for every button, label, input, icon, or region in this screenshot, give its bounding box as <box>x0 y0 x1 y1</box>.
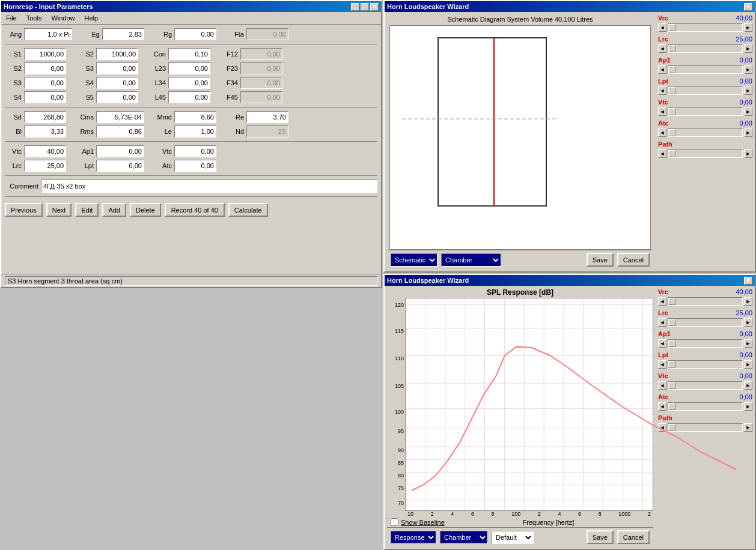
s2r-input[interactable] <box>24 62 66 74</box>
vtc-slider[interactable]: ◄ ► <box>658 107 752 116</box>
wizard-top-dropdown1[interactable]: Schematic <box>391 253 437 267</box>
wizard-bottom-dropdown1[interactable]: Response <box>391 531 436 544</box>
le-input[interactable] <box>174 125 216 138</box>
vrc-slider-left[interactable]: ◄ <box>658 23 666 32</box>
minimize-button[interactable]: _ <box>351 3 359 11</box>
wizard-top-cancel-button[interactable]: Cancel <box>617 253 650 267</box>
atc-input[interactable] <box>174 160 216 172</box>
comment-input[interactable] <box>41 180 377 193</box>
lrc-slider-right[interactable]: ► <box>744 44 752 53</box>
lpt-input[interactable] <box>96 160 144 172</box>
vtc-slider-track[interactable] <box>668 107 743 116</box>
wizard-top-close-button[interactable]: ✕ <box>744 3 752 11</box>
ap1-slider-track[interactable] <box>668 65 743 74</box>
atc-slider-right[interactable]: ► <box>744 128 752 137</box>
ap1-slider-right[interactable]: ► <box>744 65 752 74</box>
atc2-slider-right[interactable]: ► <box>744 402 752 411</box>
menu-help[interactable]: Help <box>80 13 103 23</box>
lpt-slider-left[interactable]: ◄ <box>658 86 666 95</box>
wizard-bottom-dropdown2[interactable]: Chamber <box>440 531 488 544</box>
lpt-slider-right[interactable]: ► <box>744 86 752 95</box>
edit-button[interactable]: Edit <box>75 203 99 217</box>
path-slider-left[interactable]: ◄ <box>658 150 666 158</box>
s4-input[interactable] <box>96 77 138 89</box>
s2-input[interactable] <box>96 48 138 60</box>
lpt-slider[interactable]: ◄ ► <box>658 86 752 95</box>
delete-button[interactable]: Delete <box>130 203 161 217</box>
ap12-slider[interactable]: ◄ ► <box>658 339 752 348</box>
rms-input[interactable] <box>96 125 144 138</box>
lpt2-slider-track[interactable] <box>668 360 743 369</box>
ap1-slider[interactable]: ◄ ► <box>658 65 752 74</box>
eg-input[interactable] <box>102 28 144 40</box>
vrc-slider-track[interactable] <box>668 23 743 32</box>
wizard-bottom-close-button[interactable]: ✕ <box>744 277 752 285</box>
path-slider[interactable]: ◄ ► <box>658 150 752 158</box>
atc2-slider[interactable]: ◄ ► <box>658 402 752 411</box>
wizard-bottom-cancel-button[interactable]: Cancel <box>617 530 650 544</box>
atc-slider-track[interactable] <box>668 128 743 137</box>
bl-input[interactable] <box>24 125 66 138</box>
path-slider-right[interactable]: ► <box>744 150 752 158</box>
ap12-slider-right[interactable]: ► <box>744 339 752 348</box>
ap1-input[interactable] <box>96 145 144 157</box>
ap12-slider-left[interactable]: ◄ <box>658 339 666 348</box>
atc2-slider-track[interactable] <box>668 402 743 411</box>
close-button[interactable]: ✕ <box>370 3 379 11</box>
lrc-input[interactable] <box>24 160 66 172</box>
vtc-input[interactable] <box>24 145 66 157</box>
l23-input[interactable] <box>168 62 210 74</box>
f45-input[interactable] <box>240 91 282 103</box>
show-baseline-checkbox[interactable] <box>391 518 398 526</box>
path-slider-track[interactable] <box>668 150 743 158</box>
ap12-slider-track[interactable] <box>668 339 743 348</box>
next-button[interactable]: Next <box>46 203 72 217</box>
atc-slider-left[interactable]: ◄ <box>658 128 666 137</box>
lrc2-slider-left[interactable]: ◄ <box>658 318 666 327</box>
vrc2-slider-track[interactable] <box>668 297 743 306</box>
path2-slider[interactable]: ◄ ► <box>658 423 752 432</box>
vtc-slider-right[interactable]: ► <box>744 107 752 116</box>
wizard-bottom-save-button[interactable]: Save <box>587 530 614 544</box>
lpt2-slider-left[interactable]: ◄ <box>658 360 666 369</box>
menu-tools[interactable]: Tools <box>22 13 47 23</box>
menu-file[interactable]: File <box>1 13 22 23</box>
vtc2-slider-right[interactable]: ► <box>744 381 752 390</box>
atc2-slider-left[interactable]: ◄ <box>658 402 666 411</box>
vtc2-slider-left[interactable]: ◄ <box>658 381 666 390</box>
vrc-slider-right[interactable]: ► <box>744 23 752 32</box>
path2-slider-right[interactable]: ► <box>744 423 752 432</box>
l45-input[interactable] <box>168 91 210 103</box>
lpt2-slider[interactable]: ◄ ► <box>658 360 752 369</box>
vrc2-slider-right[interactable]: ► <box>744 297 752 306</box>
re-input[interactable] <box>246 111 288 123</box>
lrc-slider-left[interactable]: ◄ <box>658 44 666 53</box>
lrc2-slider-right[interactable]: ► <box>744 318 752 327</box>
s3r-input[interactable] <box>24 77 66 89</box>
wizard-bottom-dropdown3[interactable]: Default <box>492 531 534 544</box>
s4r-input[interactable] <box>24 91 66 103</box>
lrc-slider[interactable]: ◄ ► <box>658 44 752 53</box>
sd-input[interactable] <box>24 111 66 123</box>
fta-input[interactable] <box>246 28 288 40</box>
s5-input[interactable] <box>96 91 138 103</box>
nd-input[interactable] <box>246 125 288 138</box>
wizard-top-save-button[interactable]: Save <box>587 253 614 267</box>
previous-button[interactable]: Previous <box>5 203 43 217</box>
maximize-button[interactable]: □ <box>361 3 369 11</box>
vtc-slider-left[interactable]: ◄ <box>658 107 666 116</box>
f34-input[interactable] <box>240 77 282 89</box>
f12-input[interactable] <box>240 48 282 60</box>
lrc2-slider[interactable]: ◄ ► <box>658 318 752 327</box>
record-button[interactable]: Record 40 of 40 <box>165 203 225 217</box>
vtc2-slider-track[interactable] <box>668 381 743 390</box>
vtc2-slider[interactable]: ◄ ► <box>658 381 752 390</box>
ang-input[interactable] <box>24 28 72 40</box>
lpt2-slider-right[interactable]: ► <box>744 360 752 369</box>
atc-slider[interactable]: ◄ ► <box>658 128 752 137</box>
calculate-button[interactable]: Calculate <box>228 203 268 217</box>
vrc-slider[interactable]: ◄ ► <box>658 23 752 32</box>
path2-slider-track[interactable] <box>668 423 743 432</box>
wizard-top-dropdown2[interactable]: Chamber <box>441 253 501 267</box>
lpt-slider-track[interactable] <box>668 86 743 95</box>
